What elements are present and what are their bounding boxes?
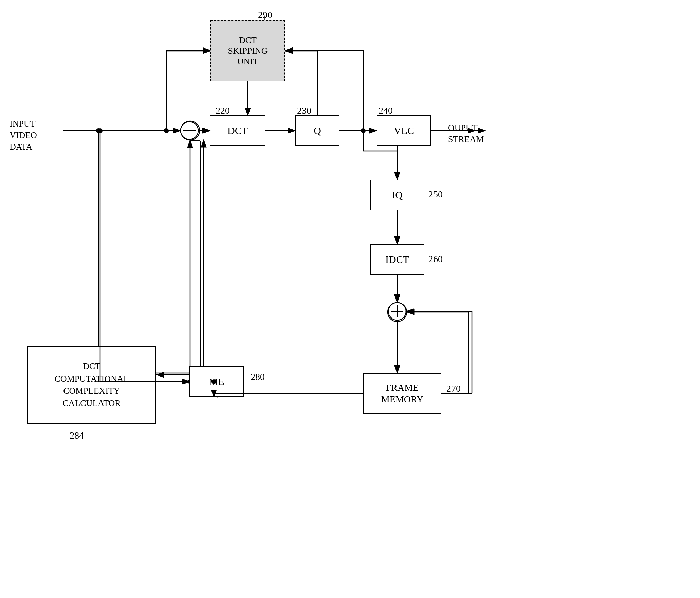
svg-point-24	[96, 128, 101, 133]
svg-point-40	[98, 128, 103, 133]
svg-text:−: −	[185, 124, 190, 135]
frame-memory-label: FRAMEMEMORY	[381, 382, 423, 405]
ref-280: 280	[251, 371, 265, 382]
ref-270: 270	[446, 383, 461, 394]
dct-label: DCT	[227, 124, 248, 137]
svg-point-51	[361, 128, 366, 133]
ref-260: 260	[428, 254, 443, 265]
dct-skipping-unit-label: DCTSKIPPINGUNIT	[228, 35, 268, 67]
ref-290: 290	[258, 9, 272, 20]
dct-calc-block: DCTCOMPUTATIONALCOMPLEXITYCALCULATOR	[27, 346, 156, 424]
dct-skipping-unit-block: DCTSKIPPINGUNIT	[210, 20, 285, 81]
q-label: Q	[314, 124, 321, 137]
svg-text:−: −	[186, 125, 191, 135]
ref-250: 250	[428, 189, 443, 200]
svg-point-3	[181, 121, 200, 140]
svg-text:+: +	[392, 306, 398, 317]
dct-calc-label: DCTCOMPUTATIONALCOMPLEXITYCALCULATOR	[55, 360, 129, 410]
idct-label: IDCT	[385, 253, 409, 266]
svg-point-42	[164, 128, 169, 133]
ref-284: 284	[70, 430, 84, 441]
input-video-label: INPUTVIDEODATA	[10, 118, 37, 152]
svg-point-44	[181, 122, 198, 139]
ref-230: 230	[297, 105, 311, 116]
vlc-block: VLC	[377, 115, 431, 146]
ref-220: 220	[216, 105, 230, 116]
svg-point-59	[388, 303, 406, 320]
vlc-label: VLC	[394, 124, 414, 137]
me-block: ME	[189, 366, 244, 397]
idct-block: IDCT	[370, 244, 424, 275]
output-stream-label: OUPUTSTREAM	[448, 122, 484, 145]
me-label: ME	[209, 375, 224, 388]
q-block: Q	[295, 115, 339, 146]
iq-block: IQ	[370, 180, 424, 210]
ref-240: 240	[379, 105, 393, 116]
svg-point-29	[164, 128, 169, 133]
svg-point-13	[388, 303, 407, 322]
frame-memory-block: FRAMEMEMORY	[363, 373, 441, 414]
iq-label: IQ	[392, 189, 403, 201]
dct-block: DCT	[210, 115, 265, 146]
